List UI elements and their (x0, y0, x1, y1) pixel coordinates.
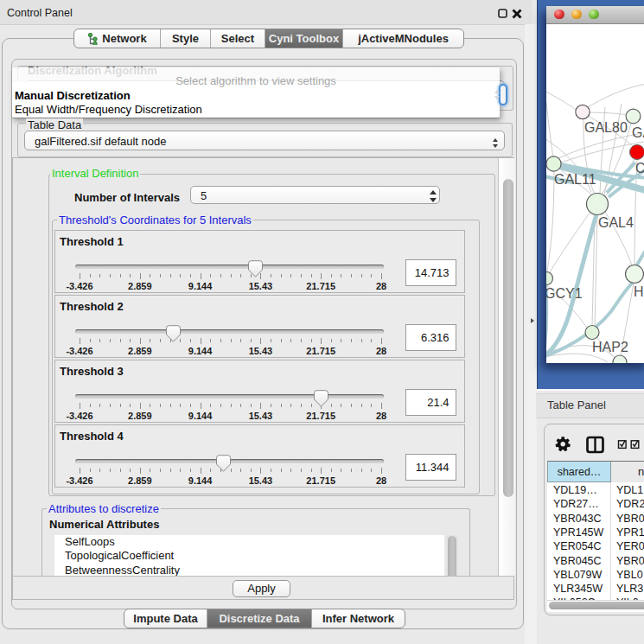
svg-text:GCY1: GCY1 (546, 286, 583, 301)
svg-text:GA: GA (632, 125, 644, 140)
svg-text:H: H (634, 284, 644, 299)
svg-text:HAP2: HAP2 (592, 340, 628, 354)
svg-text:GAL11: GAL11 (554, 172, 596, 187)
svg-text:C: C (635, 161, 644, 175)
svg-text:GAL80: GAL80 (584, 120, 628, 135)
svg-text:GAL4: GAL4 (598, 215, 634, 230)
